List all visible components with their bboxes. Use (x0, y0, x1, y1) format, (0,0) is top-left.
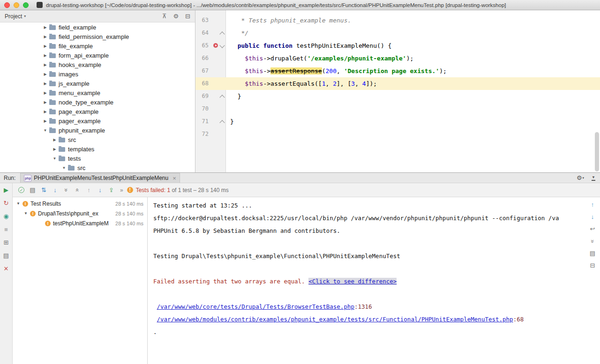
editor-line[interactable]: 70 (195, 103, 600, 115)
editor-gutter[interactable]: 64 (195, 27, 226, 39)
project-tree-item[interactable]: ▼phpunit_example (0, 126, 195, 135)
editor-line[interactable]: 67 $this->assertResponse(200, 'Descripti… (195, 65, 600, 77)
editor-line[interactable]: 66 $this->drupalGet('/examples/phpunit-e… (195, 52, 600, 65)
editor-gutter[interactable]: 67 (195, 65, 226, 77)
project-tree-item[interactable]: ▶node_type_example (0, 97, 195, 107)
run-with-coverage-button[interactable]: ◉ (2, 213, 10, 220)
editor-gutter[interactable]: 66 (195, 52, 226, 65)
print-icon[interactable]: ▤ (589, 250, 596, 257)
chevron-icon[interactable]: ▶ (42, 44, 48, 48)
editor-gutter[interactable]: 63 (195, 14, 226, 27)
project-tree-item[interactable]: ▶menu_example (0, 88, 195, 97)
chevron-icon[interactable]: ▶ (42, 25, 48, 30)
run-tab[interactable]: php PHPUnitExampleMenuTest.testPhpUnitEx… (20, 173, 180, 183)
test-tree-item[interactable]: ▼!Drupal\Tests\phpunit_ex28 s 140 ms (13, 208, 147, 218)
editor-line[interactable]: 63 * Tests phpunit_example menus. (195, 14, 600, 27)
project-tree-item[interactable]: ▶page_example (0, 107, 195, 116)
chevron-down-icon[interactable]: ▾ (24, 14, 26, 18)
test-console[interactable]: Testing started at 13:25 ...sftp://docke… (148, 197, 600, 364)
project-tree-item[interactable]: ▶src (0, 135, 195, 144)
editor-line[interactable]: 64 */ (195, 27, 600, 39)
rerun-test-button[interactable]: ▶ (2, 186, 10, 194)
previous-failed-test-icon[interactable]: ↑ (85, 186, 93, 194)
console-link[interactable]: /var/www/web/core/tests/Drupal/Tests/Bro… (157, 303, 354, 310)
project-tree-item[interactable]: ▶form_api_example (0, 51, 195, 60)
editor-gutter[interactable]: 72 (195, 128, 226, 141)
chevron-icon[interactable]: ▶ (42, 82, 48, 86)
editor-line[interactable]: 65 public function testPhpUnitExampleMen… (195, 39, 600, 52)
fold-marker-icon[interactable] (219, 120, 225, 125)
hide-tool-window-icon[interactable]: ▼ (592, 175, 595, 181)
chevron-icon[interactable]: ▶ (42, 53, 48, 58)
code-editor[interactable]: 63 * Tests phpunit_example menus.64 */65… (195, 10, 600, 172)
window-minimize-button[interactable] (14, 2, 19, 8)
chevron-icon[interactable]: ▶ (52, 147, 58, 151)
run-settings-icon[interactable]: ⚙▾ (577, 174, 584, 181)
chevron-icon[interactable]: ▶ (42, 72, 48, 76)
console-link[interactable]: <Click to see difference> (308, 278, 397, 285)
scroll-down-icon[interactable]: ↓ (589, 213, 596, 221)
editor-gutter[interactable]: 70 (195, 103, 226, 115)
editor-scrollbar-thumb[interactable] (595, 132, 599, 171)
editor-gutter[interactable]: 65 (195, 39, 226, 52)
window-close-button[interactable] (4, 2, 10, 8)
show-passed-icon[interactable]: ✓ (18, 187, 24, 193)
more-actions-icon[interactable]: » (120, 187, 123, 193)
rerun-failed-test-gutter-icon[interactable] (213, 43, 218, 48)
project-tree-item[interactable]: ▶templates (0, 144, 195, 154)
clear-console-icon[interactable]: ⊟ (589, 262, 596, 269)
project-tree-item[interactable]: ▶js_example (0, 79, 195, 88)
chevron-icon[interactable]: ▼ (23, 211, 29, 215)
editor-line[interactable]: 69 } (195, 90, 600, 103)
console-link[interactable]: /var/www/web/modules/contrib/examples/ph… (157, 316, 513, 323)
rerun-failed-tests-button[interactable]: ↻ (2, 200, 10, 207)
test-tree-item[interactable]: ▼!Test Results28 s 140 ms (13, 199, 147, 208)
project-tree-item[interactable]: ▼src (0, 163, 195, 172)
editor-gutter[interactable]: 71 (195, 115, 226, 128)
chevron-icon[interactable]: ▶ (42, 63, 48, 67)
fold-marker-icon[interactable] (219, 31, 225, 37)
chevron-icon[interactable]: ▶ (42, 110, 48, 114)
show-console-icon[interactable]: ▤ (29, 186, 37, 194)
settings-icon[interactable]: ⚙ (173, 13, 179, 20)
scroll-to-end-icon[interactable]: » (589, 238, 596, 245)
project-tree-item[interactable]: ▼tests (0, 154, 195, 163)
chevron-icon[interactable]: ▼ (61, 166, 67, 170)
project-tree-item[interactable]: ▶field_example (0, 22, 195, 32)
expand-all-icon[interactable]: » (62, 186, 70, 194)
fold-marker-icon[interactable] (219, 95, 225, 100)
project-tree-item[interactable]: ▶field_permission_example (0, 32, 195, 41)
chevron-icon[interactable]: ▶ (42, 35, 48, 39)
collapse-all-icon[interactable]: « (74, 186, 82, 194)
chevron-icon[interactable]: ▼ (52, 156, 58, 161)
soft-wrap-icon[interactable]: ↩ (589, 225, 596, 233)
chevron-icon[interactable]: ▼ (42, 128, 48, 133)
editor-gutter[interactable]: 69 (195, 90, 226, 103)
chevron-icon[interactable]: ▶ (42, 100, 48, 104)
tab-close-icon[interactable]: × (172, 175, 176, 181)
editor-line[interactable]: 68 $this->assertEquals([1, 2], [3, 4]); (195, 77, 600, 90)
stop-button[interactable]: ■ (2, 226, 10, 233)
editor-gutter[interactable]: 68 (195, 77, 226, 90)
chevron-icon[interactable]: ▶ (52, 138, 58, 142)
project-tree-item[interactable]: ▶hooks_example (0, 60, 195, 69)
test-tree-item[interactable]: !testPhpUnitExampleM28 s 140 ms (13, 218, 147, 228)
sort-by-duration-icon[interactable]: ↓ (51, 186, 59, 194)
test-history-button[interactable]: ▤ (2, 252, 10, 260)
fold-marker-icon[interactable] (219, 43, 225, 48)
chevron-icon[interactable]: ▶ (42, 119, 48, 123)
project-panel-title[interactable]: Project (5, 13, 22, 20)
editor-line[interactable]: 72 (195, 128, 600, 141)
window-zoom-button[interactable] (23, 2, 29, 8)
close-button[interactable]: ✕ (2, 265, 10, 273)
scroll-up-icon[interactable]: ↑ (589, 201, 596, 208)
hide-panel-icon[interactable]: ⊟ (185, 13, 190, 20)
project-tree-item[interactable]: ▶images (0, 69, 195, 79)
sort-alphabetically-icon[interactable]: ⇅ (40, 186, 48, 194)
next-failed-test-icon[interactable]: ↓ (96, 186, 104, 194)
import-test-results-icon[interactable]: ⇪ (107, 186, 115, 194)
collapse-all-icon[interactable]: ⊼ (162, 13, 167, 20)
editor-line[interactable]: 71} (195, 115, 600, 128)
chevron-icon[interactable]: ▼ (15, 201, 21, 206)
project-tree-item[interactable]: ▶pager_example (0, 116, 195, 126)
